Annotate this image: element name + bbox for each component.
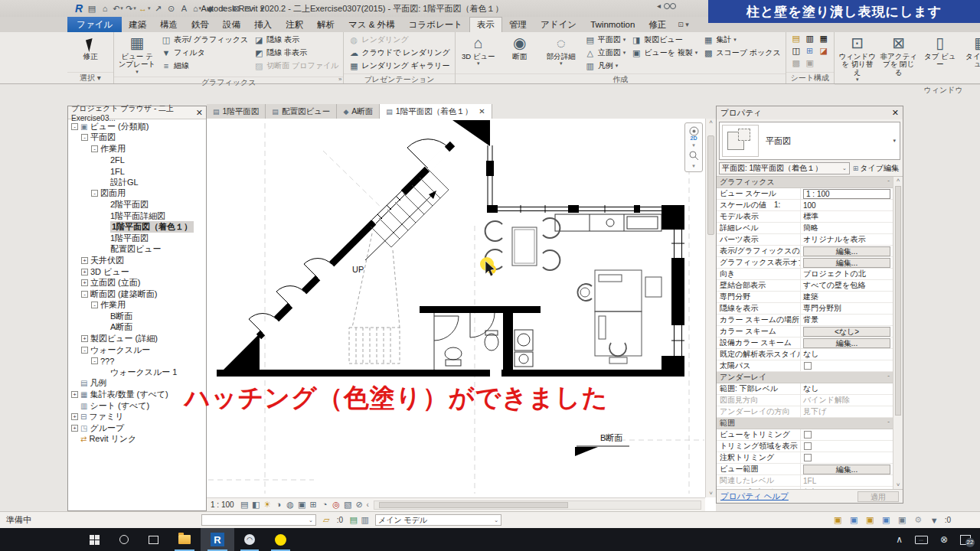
revit-taskbar-button[interactable]: R [201,528,234,551]
property-value[interactable]: オリジナルを表示 [801,234,893,245]
ribbon-button-drafting-view[interactable]: ◨製図ビュー [629,34,699,46]
property-edit-button[interactable]: <なし> [803,327,890,337]
ribbon-button-duplicate-view[interactable]: ▣ビューを 複製▾ [629,47,699,59]
tree-item[interactable]: -ウォークスルー [68,344,206,356]
tree-item[interactable]: -図面用 [68,188,206,200]
search-icon[interactable] [664,3,676,9]
ribbon-button-plan-views[interactable]: ▤平面図▾ [583,34,628,46]
rendering-dialog-icon[interactable]: ◍ [285,500,296,510]
view-tab[interactable]: ▤1階平面図 [207,104,266,119]
expander-icon[interactable]: + [81,257,88,264]
file-explorer-button[interactable] [168,528,201,551]
ribbon-button-scope-box[interactable]: ▩スコープ ボックス [701,47,782,59]
bathroom[interactable] [434,313,533,370]
project-browser-header[interactable]: プロジェクト ブラウザ - 二上Exercise03... ✕ [68,106,206,119]
tree-item[interactable]: +天井伏図 [68,255,206,266]
ribbon-tab-item[interactable]: Twinmotion [583,17,642,32]
property-edit-button[interactable]: 編集... [803,338,890,348]
view-tab[interactable]: ▤配置図ビュー [266,104,337,119]
property-section-header[interactable]: グラフィックスˆ [717,177,893,188]
ribbon-button-callout[interactable]: ◌部分詳細▾ [541,34,581,67]
touch-keyboard-icon[interactable]: ⋯ [915,536,928,544]
property-value[interactable]: 専門分野別 [801,303,893,314]
ribbon-tab-item[interactable]: 修正 [642,17,673,32]
new-sheet-icon[interactable]: ▤ [789,34,803,46]
dining-set[interactable] [485,218,560,270]
expander-icon[interactable]: - [71,123,78,130]
horizontal-scrollbar[interactable] [374,500,701,510]
modify-context-dropdown[interactable]: ⊡ ▾ [673,17,694,32]
tree-item[interactable]: -??? [68,355,206,367]
tree-item[interactable]: 配置図ビュー [68,244,206,256]
collapse-icon[interactable]: ˆ [887,420,890,427]
reveal-hidden-elements-icon[interactable]: ◎ [331,500,342,510]
zoom-icon[interactable] [688,150,700,161]
close-icon[interactable]: ✕ [892,108,899,118]
ribbon-button-modify[interactable]: 修正 [70,34,110,61]
ribbon-tab-active[interactable]: 表示 [469,17,502,32]
customize-qat-icon[interactable]: ▾ [257,2,268,15]
expander-icon[interactable]: - [81,291,88,298]
design-options-icon[interactable]: ▥ [359,515,371,525]
property-edit-button[interactable]: 編集... [803,465,890,474]
kitchen-counter[interactable] [555,214,662,231]
collapse-icon[interactable]: ˆ [887,374,890,381]
sink[interactable] [485,334,498,350]
matchline-icon[interactable]: ◪ [817,46,831,58]
title-block-icon[interactable]: ▦ [817,34,831,46]
ribbon-tab-item[interactable]: 構造 [153,17,185,32]
view-selector-combo[interactable]: 平面図: 1階平面図（着色１） ⌄ [719,162,850,174]
text-icon[interactable]: A [179,2,190,15]
tree-item[interactable]: +◳グループ [68,422,206,434]
wheel-options-chevron-icon[interactable]: ▾ [692,142,695,148]
ribbon-button-render-gallery[interactable]: ▦レンダリング ギャラリー [347,60,451,72]
ribbon-button-tab-views[interactable]: ▯タブ ビュー [920,34,960,83]
tray-app-icon[interactable]: ⊗ [940,534,948,545]
app-logo-icon[interactable]: R [74,2,84,15]
undo-icon[interactable]: ↶▾ [113,2,123,15]
expander-icon[interactable]: - [91,145,98,152]
collapse-infocenter-icon[interactable]: ◂ [657,2,661,10]
expander-icon[interactable]: - [91,357,98,364]
ribbon-button-visibility-graphics[interactable]: ◫表示/ グラフィックス [159,34,250,46]
cortana-button[interactable] [109,528,139,551]
floor-plan-drawing[interactable]: UP [207,119,705,497]
guide-grid-icon[interactable]: ⊞ [803,46,817,58]
tree-item[interactable]: 2FL [68,155,206,166]
aligned-dimension-icon[interactable]: ↗ [153,2,164,15]
checkbox[interactable] [804,442,812,450]
shadows-icon[interactable]: ◑ [273,500,285,510]
view-canvas[interactable]: UP [207,119,716,511]
ribbon-tab-item[interactable]: アドイン [534,17,583,32]
view-scale-button[interactable]: 1 : 100 [211,500,234,509]
properties-icon[interactable]: ▤ [87,2,97,15]
notification-icon[interactable]: 22 [960,535,971,545]
expander-icon[interactable]: + [81,279,88,286]
section-icon[interactable]: ◆ [205,2,216,15]
vertical-scrollbar-thumb[interactable] [707,135,714,235]
redo-icon[interactable]: ↷▾ [126,2,136,15]
tree-item[interactable]: 1階平面図（着色１） [68,221,206,233]
tree-item[interactable]: -▣ビュー (分類順) [68,121,206,132]
property-value[interactable]: 100 [801,201,893,210]
ribbon-tab-item[interactable]: マス & 外構 [341,17,402,32]
ribbon-button-show-hidden-lines[interactable]: ◪隠線 表示 [252,34,340,46]
property-value[interactable]: すべての壁を包絡 [801,280,893,291]
tree-item[interactable]: -作業用 [68,143,206,155]
close-icon[interactable]: ✕ [479,107,485,116]
type-selector[interactable]: 平面図 ▾ [719,122,900,160]
ribbon-tab-item[interactable]: 管理 [502,17,534,32]
tree-item[interactable]: -平面図 [68,132,206,144]
tag-by-category-icon[interactable]: ⊙ [166,2,177,15]
property-value[interactable]: プロジェクトの北 [801,269,893,279]
view-tab[interactable]: ◆A断面 [337,104,380,119]
ribbon-button-render-in-cloud[interactable]: ☁クラウドで レンダリング [347,47,451,59]
property-value[interactable]: 見下げ [801,406,893,417]
ribbon-button-switch-windows[interactable]: ⊡ウィンドウを 切り替え▾ [838,34,877,83]
ribbon-tab-item[interactable]: 解析 [310,17,341,32]
tree-item[interactable]: +製図ビュー (詳細) [68,333,206,344]
collapse-icon[interactable]: ˆ [887,179,890,186]
expander-icon[interactable]: + [71,425,78,432]
tree-item[interactable]: +立面図 (立面) [68,277,206,289]
editing-requests-icon[interactable]: ▱ [321,515,332,525]
